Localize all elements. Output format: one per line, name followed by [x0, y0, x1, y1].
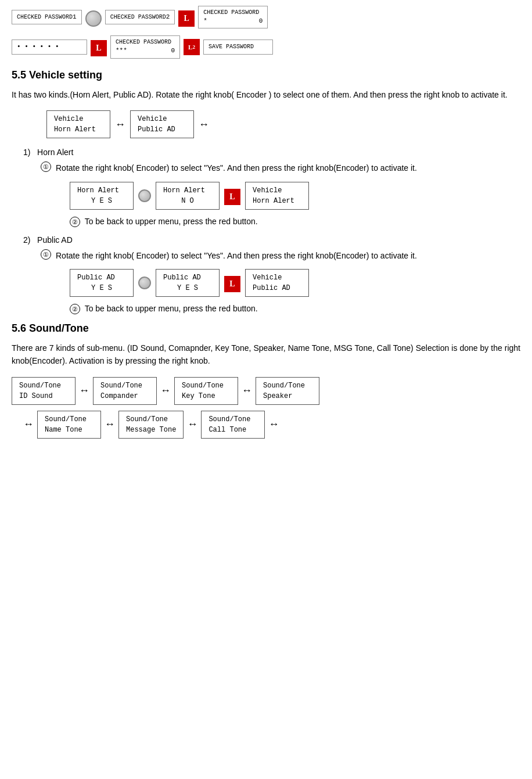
section-56-body: There are 7 kinds of sub-menu. (ID Sound… [12, 342, 520, 368]
horn-alert-diagram: Horn Alert Y E S Horn Alert N O L Vehicl… [70, 182, 520, 210]
checked-password-box-3: CHECKED PASSWORD * 0 [198, 6, 268, 28]
vehicle-horn-alert-screen: Vehicle Horn Alert [46, 110, 110, 138]
checked-password-box-2: CHECKED PASSWORD 2 [105, 10, 175, 24]
vehicle-screens-row: Vehicle Horn Alert ↔ Vehicle Public AD ↔ [46, 110, 520, 138]
compander-line2: Compander [100, 391, 149, 401]
sound-tone-row1: Sound/Tone ID Sound ↔ Sound/Tone Compand… [12, 377, 520, 405]
name-tone-screen: Sound/Tone Name Tone [37, 411, 101, 439]
id-sound-line2: ID Sound [19, 391, 68, 401]
name-tone-line1: Sound/Tone [45, 414, 94, 425]
save-password-box: SAVE PASSWORD [203, 40, 273, 54]
vehicle-horn-line2: Horn Alert [54, 124, 103, 135]
red-L-icon-2: L [91, 40, 107, 56]
id-sound-screen: Sound/Tone ID Sound [12, 377, 76, 405]
public-yes2-line1: Public AD [163, 272, 212, 283]
checked-password-box-1: CHECKED PASSWORD 1 [12, 10, 82, 24]
vp-result-line2: Public AD [253, 283, 301, 293]
knob-icon-3 [138, 277, 151, 289]
key-tone-screen: Sound/Tone Key Tone [174, 377, 238, 405]
speaker-line2: Speaker [263, 391, 312, 401]
horn-no-line1: Horn Alert [163, 185, 212, 196]
horn-yes-line1: Horn Alert [77, 185, 126, 196]
arrow-s2: ↔ [160, 385, 171, 397]
number-1: 1 [73, 13, 77, 21]
id-sound-line1: Sound/Tone [19, 380, 68, 391]
vehicle-public-result-screen: Vehicle Public AD [245, 269, 309, 297]
horn-alert-step2: ② To be back to upper menu, press the re… [70, 217, 520, 227]
circle-num-2a: ② [70, 217, 80, 227]
red-L-public: L [224, 276, 240, 292]
public-yes1-line1: Public AD [77, 272, 126, 283]
call-tone-line1: Sound/Tone [209, 414, 257, 425]
call-tone-line2: Call Tone [209, 425, 257, 435]
public-ad-step1: ① Rotate the right knob( Encoder) to sel… [41, 249, 520, 262]
public-yes1-line2: Y E S [77, 283, 126, 293]
asterisks: *** [116, 46, 127, 55]
horn-yes-screen: Horn Alert Y E S [70, 182, 134, 210]
message-tone-line2: Message Tone [126, 425, 176, 435]
horn-alert-title: 1) Horn Alert [23, 148, 520, 157]
speaker-line1: Sound/Tone [263, 380, 312, 391]
checked-password-label-4: CHECKED PASSWORD [116, 38, 175, 46]
password-row-1: CHECKED PASSWORD 1 CHECKED PASSWORD 2 L … [12, 6, 520, 28]
message-tone-line1: Sound/Tone [126, 414, 176, 425]
section-55-body: It has two kinds.(Horn Alert, Public AD)… [12, 88, 520, 101]
knob-icon-2 [138, 189, 151, 202]
checked-password-box-4: CHECKED PASSWORD *** 0 [110, 35, 180, 58]
arrow-2: ↔ [199, 119, 209, 131]
red-L2-icon: L2 [184, 39, 200, 55]
arrow-s1: ↔ [79, 385, 89, 397]
arrow-s3: ↔ [242, 385, 252, 397]
call-tone-screen: Sound/Tone Call Tone [201, 411, 265, 439]
vehicle-horn-line1: Vehicle [54, 114, 103, 124]
key-tone-line1: Sound/Tone [182, 380, 231, 391]
checked-password-label-2: CHECKED PASSWORD [110, 14, 166, 20]
arrow-s5: ↔ [105, 418, 115, 430]
public-ad-section: 2) Public AD ① Rotate the right knob( En… [23, 235, 520, 314]
name-tone-line2: Name Tone [45, 425, 94, 435]
vh-result-line1: Vehicle [253, 185, 301, 196]
horn-alert-step1: ① Rotate the right knob( Encoder) to sel… [41, 161, 520, 174]
key-tone-line2: Key Tone [182, 391, 231, 401]
public-ad-step1-text: Rotate the right knob( Encoder) to selec… [56, 249, 417, 262]
save-password-label: SAVE PASSWORD [209, 44, 254, 50]
section-56-heading: 5.6 Sound/Tone [12, 322, 520, 335]
arrow-1: ↔ [115, 119, 125, 131]
checked-password-label-1: CHECKED PASSWORD [17, 14, 73, 20]
arrow-s7: ↔ [268, 418, 279, 430]
sound-tone-row2: ↔ Sound/Tone Name Tone ↔ Sound/Tone Mess… [23, 411, 520, 439]
number-0-2: 0 [171, 46, 175, 55]
horn-no-screen: Horn Alert N O [156, 182, 220, 210]
horn-no-line2: N O [163, 196, 212, 206]
arrow-s4: ↔ [23, 418, 34, 430]
compander-screen: Sound/Tone Compander [93, 377, 157, 405]
public-ad-title: 2) Public AD [23, 235, 520, 245]
vehicle-public-line1: Vehicle [138, 114, 186, 124]
circle-num-1a: ① [41, 161, 51, 172]
public-yes2-screen: Public AD Y E S [156, 269, 220, 297]
public-yes2-line2: Y E S [163, 283, 212, 293]
asterisk-1: * [203, 17, 207, 26]
vehicle-public-line2: Public AD [138, 124, 186, 135]
speaker-screen: Sound/Tone Speaker [256, 377, 319, 405]
public-ad-step2: ② To be back to upper menu, press the re… [70, 304, 520, 314]
vh-result-line2: Horn Alert [253, 196, 301, 206]
vehicle-public-ad-screen: Vehicle Public AD [130, 110, 194, 138]
horn-alert-step1-text: Rotate the right knob( Encoder) to selec… [56, 161, 417, 174]
knob-icon-1 [85, 10, 102, 27]
circle-num-1b: ① [41, 249, 51, 260]
top-password-section: CHECKED PASSWORD 1 CHECKED PASSWORD 2 L … [12, 6, 520, 59]
horn-alert-section: 1) Horn Alert ① Rotate the right knob( E… [23, 148, 520, 227]
compander-line1: Sound/Tone [100, 380, 149, 391]
number-0-1: 0 [259, 17, 263, 26]
vp-result-line1: Vehicle [253, 272, 301, 283]
red-L-icon-1: L [178, 10, 195, 27]
public-yes1-screen: Public AD Y E S [70, 269, 134, 297]
password-row-2: • • • • • • L CHECKED PASSWORD *** 0 L2 … [12, 35, 520, 58]
dots-box: • • • • • • [12, 40, 87, 54]
horn-yes-line2: Y E S [77, 196, 126, 206]
arrow-s6: ↔ [187, 418, 197, 430]
dots-display: • • • • • • [17, 43, 59, 50]
red-L-horn: L [224, 189, 240, 205]
circle-num-2b: ② [70, 304, 80, 314]
